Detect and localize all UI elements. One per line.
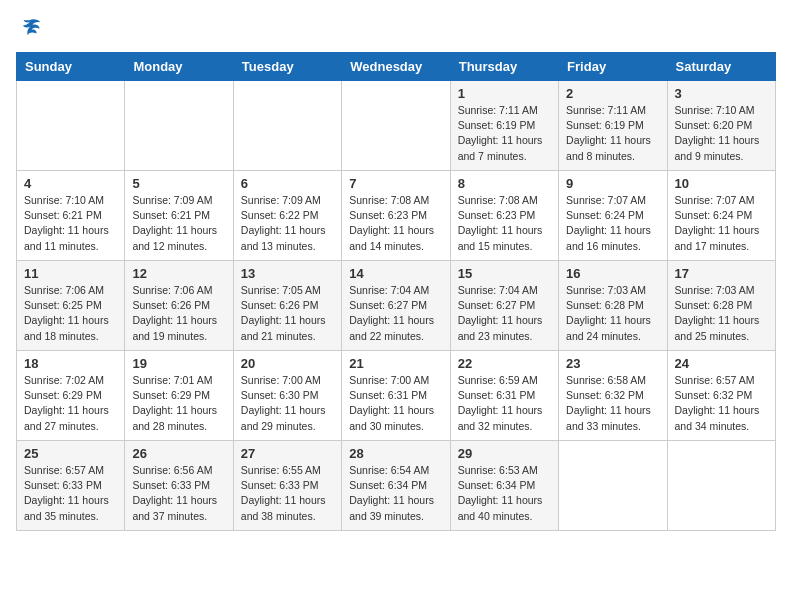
day-info: Sunrise: 7:11 AM Sunset: 6:19 PM Dayligh… <box>566 103 659 164</box>
calendar-cell: 3Sunrise: 7:10 AM Sunset: 6:20 PM Daylig… <box>667 81 775 171</box>
day-info: Sunrise: 6:54 AM Sunset: 6:34 PM Dayligh… <box>349 463 442 524</box>
calendar-cell: 6Sunrise: 7:09 AM Sunset: 6:22 PM Daylig… <box>233 171 341 261</box>
day-info: Sunrise: 6:58 AM Sunset: 6:32 PM Dayligh… <box>566 373 659 434</box>
col-header-tuesday: Tuesday <box>233 53 341 81</box>
day-number: 15 <box>458 266 551 281</box>
col-header-wednesday: Wednesday <box>342 53 450 81</box>
day-number: 10 <box>675 176 768 191</box>
day-info: Sunrise: 7:03 AM Sunset: 6:28 PM Dayligh… <box>566 283 659 344</box>
day-number: 26 <box>132 446 225 461</box>
day-info: Sunrise: 7:10 AM Sunset: 6:21 PM Dayligh… <box>24 193 117 254</box>
calendar-cell: 5Sunrise: 7:09 AM Sunset: 6:21 PM Daylig… <box>125 171 233 261</box>
calendar-cell <box>342 81 450 171</box>
day-info: Sunrise: 7:08 AM Sunset: 6:23 PM Dayligh… <box>349 193 442 254</box>
calendar-cell: 14Sunrise: 7:04 AM Sunset: 6:27 PM Dayli… <box>342 261 450 351</box>
day-info: Sunrise: 6:59 AM Sunset: 6:31 PM Dayligh… <box>458 373 551 434</box>
calendar-cell: 9Sunrise: 7:07 AM Sunset: 6:24 PM Daylig… <box>559 171 667 261</box>
col-header-thursday: Thursday <box>450 53 558 81</box>
calendar-cell: 16Sunrise: 7:03 AM Sunset: 6:28 PM Dayli… <box>559 261 667 351</box>
calendar-cell: 12Sunrise: 7:06 AM Sunset: 6:26 PM Dayli… <box>125 261 233 351</box>
day-number: 19 <box>132 356 225 371</box>
calendar-cell: 28Sunrise: 6:54 AM Sunset: 6:34 PM Dayli… <box>342 441 450 531</box>
calendar-cell: 26Sunrise: 6:56 AM Sunset: 6:33 PM Dayli… <box>125 441 233 531</box>
day-info: Sunrise: 7:01 AM Sunset: 6:29 PM Dayligh… <box>132 373 225 434</box>
calendar-cell: 13Sunrise: 7:05 AM Sunset: 6:26 PM Dayli… <box>233 261 341 351</box>
calendar-cell: 8Sunrise: 7:08 AM Sunset: 6:23 PM Daylig… <box>450 171 558 261</box>
calendar-cell <box>559 441 667 531</box>
day-number: 28 <box>349 446 442 461</box>
col-header-friday: Friday <box>559 53 667 81</box>
day-number: 29 <box>458 446 551 461</box>
calendar-cell: 23Sunrise: 6:58 AM Sunset: 6:32 PM Dayli… <box>559 351 667 441</box>
day-info: Sunrise: 7:00 AM Sunset: 6:31 PM Dayligh… <box>349 373 442 434</box>
calendar-cell: 2Sunrise: 7:11 AM Sunset: 6:19 PM Daylig… <box>559 81 667 171</box>
day-number: 25 <box>24 446 117 461</box>
calendar-cell: 25Sunrise: 6:57 AM Sunset: 6:33 PM Dayli… <box>17 441 125 531</box>
day-info: Sunrise: 6:57 AM Sunset: 6:32 PM Dayligh… <box>675 373 768 434</box>
calendar-cell: 11Sunrise: 7:06 AM Sunset: 6:25 PM Dayli… <box>17 261 125 351</box>
calendar-cell: 27Sunrise: 6:55 AM Sunset: 6:33 PM Dayli… <box>233 441 341 531</box>
day-info: Sunrise: 7:10 AM Sunset: 6:20 PM Dayligh… <box>675 103 768 164</box>
logo <box>16 16 42 40</box>
day-info: Sunrise: 6:55 AM Sunset: 6:33 PM Dayligh… <box>241 463 334 524</box>
day-number: 22 <box>458 356 551 371</box>
day-number: 11 <box>24 266 117 281</box>
day-info: Sunrise: 7:00 AM Sunset: 6:30 PM Dayligh… <box>241 373 334 434</box>
calendar-cell <box>233 81 341 171</box>
calendar-cell: 24Sunrise: 6:57 AM Sunset: 6:32 PM Dayli… <box>667 351 775 441</box>
day-info: Sunrise: 7:09 AM Sunset: 6:21 PM Dayligh… <box>132 193 225 254</box>
day-number: 3 <box>675 86 768 101</box>
calendar-cell: 17Sunrise: 7:03 AM Sunset: 6:28 PM Dayli… <box>667 261 775 351</box>
day-info: Sunrise: 7:08 AM Sunset: 6:23 PM Dayligh… <box>458 193 551 254</box>
day-number: 21 <box>349 356 442 371</box>
day-number: 6 <box>241 176 334 191</box>
day-number: 4 <box>24 176 117 191</box>
col-header-sunday: Sunday <box>17 53 125 81</box>
calendar-cell <box>17 81 125 171</box>
day-info: Sunrise: 7:04 AM Sunset: 6:27 PM Dayligh… <box>458 283 551 344</box>
logo-bird-icon <box>18 16 42 40</box>
day-info: Sunrise: 6:53 AM Sunset: 6:34 PM Dayligh… <box>458 463 551 524</box>
day-info: Sunrise: 7:09 AM Sunset: 6:22 PM Dayligh… <box>241 193 334 254</box>
day-number: 8 <box>458 176 551 191</box>
calendar-cell: 10Sunrise: 7:07 AM Sunset: 6:24 PM Dayli… <box>667 171 775 261</box>
day-info: Sunrise: 7:06 AM Sunset: 6:25 PM Dayligh… <box>24 283 117 344</box>
day-number: 5 <box>132 176 225 191</box>
calendar-cell: 15Sunrise: 7:04 AM Sunset: 6:27 PM Dayli… <box>450 261 558 351</box>
col-header-saturday: Saturday <box>667 53 775 81</box>
day-number: 24 <box>675 356 768 371</box>
day-number: 16 <box>566 266 659 281</box>
calendar-cell: 19Sunrise: 7:01 AM Sunset: 6:29 PM Dayli… <box>125 351 233 441</box>
day-number: 7 <box>349 176 442 191</box>
day-info: Sunrise: 7:02 AM Sunset: 6:29 PM Dayligh… <box>24 373 117 434</box>
col-header-monday: Monday <box>125 53 233 81</box>
calendar-cell: 21Sunrise: 7:00 AM Sunset: 6:31 PM Dayli… <box>342 351 450 441</box>
calendar-cell: 20Sunrise: 7:00 AM Sunset: 6:30 PM Dayli… <box>233 351 341 441</box>
day-number: 2 <box>566 86 659 101</box>
page-header <box>16 16 776 40</box>
day-number: 23 <box>566 356 659 371</box>
day-info: Sunrise: 7:04 AM Sunset: 6:27 PM Dayligh… <box>349 283 442 344</box>
day-info: Sunrise: 7:07 AM Sunset: 6:24 PM Dayligh… <box>675 193 768 254</box>
day-info: Sunrise: 7:03 AM Sunset: 6:28 PM Dayligh… <box>675 283 768 344</box>
calendar-cell: 29Sunrise: 6:53 AM Sunset: 6:34 PM Dayli… <box>450 441 558 531</box>
calendar-table: SundayMondayTuesdayWednesdayThursdayFrid… <box>16 52 776 531</box>
day-info: Sunrise: 6:56 AM Sunset: 6:33 PM Dayligh… <box>132 463 225 524</box>
day-number: 12 <box>132 266 225 281</box>
day-number: 13 <box>241 266 334 281</box>
calendar-cell <box>125 81 233 171</box>
day-info: Sunrise: 7:11 AM Sunset: 6:19 PM Dayligh… <box>458 103 551 164</box>
day-info: Sunrise: 7:07 AM Sunset: 6:24 PM Dayligh… <box>566 193 659 254</box>
day-info: Sunrise: 7:05 AM Sunset: 6:26 PM Dayligh… <box>241 283 334 344</box>
day-number: 27 <box>241 446 334 461</box>
day-info: Sunrise: 7:06 AM Sunset: 6:26 PM Dayligh… <box>132 283 225 344</box>
day-number: 1 <box>458 86 551 101</box>
day-number: 9 <box>566 176 659 191</box>
calendar-cell: 22Sunrise: 6:59 AM Sunset: 6:31 PM Dayli… <box>450 351 558 441</box>
calendar-cell <box>667 441 775 531</box>
calendar-cell: 7Sunrise: 7:08 AM Sunset: 6:23 PM Daylig… <box>342 171 450 261</box>
day-info: Sunrise: 6:57 AM Sunset: 6:33 PM Dayligh… <box>24 463 117 524</box>
day-number: 18 <box>24 356 117 371</box>
calendar-cell: 4Sunrise: 7:10 AM Sunset: 6:21 PM Daylig… <box>17 171 125 261</box>
calendar-cell: 1Sunrise: 7:11 AM Sunset: 6:19 PM Daylig… <box>450 81 558 171</box>
